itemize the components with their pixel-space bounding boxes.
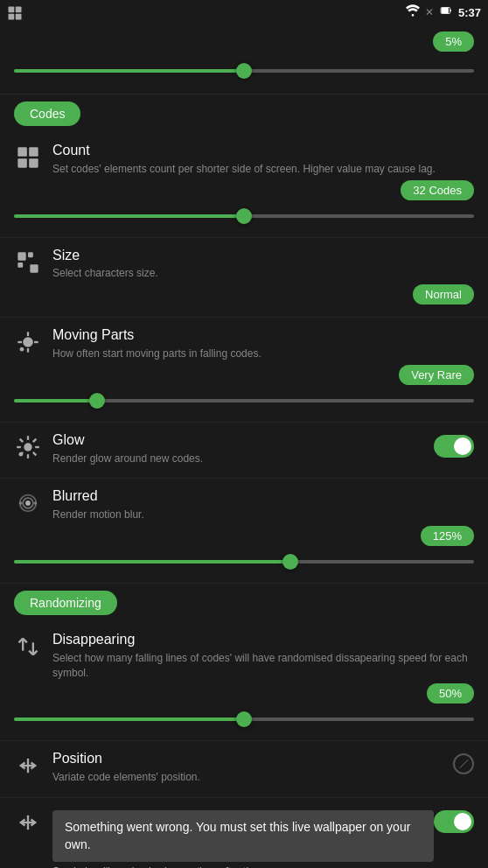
- toast-icon: [14, 808, 42, 836]
- svg-rect-14: [30, 264, 38, 272]
- position-row: Position Variate code elements' position…: [0, 741, 488, 798]
- disappearing-icon: [14, 633, 42, 661]
- svg-rect-2: [9, 14, 15, 20]
- svg-rect-9: [17, 158, 26, 168]
- top-slider-area: 5%: [0, 24, 488, 94]
- blurred-icon: [14, 489, 42, 517]
- status-time: 5:37: [458, 6, 481, 19]
- count-row: Count Set codes' elements count per shor…: [0, 133, 488, 238]
- svg-rect-5: [450, 10, 451, 11]
- disappearing-slider[interactable]: [14, 707, 474, 732]
- top-slider[interactable]: [14, 59, 474, 83]
- svg-line-27: [33, 452, 37, 456]
- status-bar: ✕ 5:37: [0, 0, 488, 24]
- blurred-slider[interactable]: [14, 550, 474, 574]
- svg-rect-0: [9, 7, 15, 13]
- moving-parts-row: Moving Parts How often start moving part…: [0, 318, 488, 423]
- size-icon: [14, 248, 42, 276]
- glow-title: Glow: [52, 431, 434, 450]
- glow-icon: [14, 433, 42, 461]
- svg-point-34: [19, 502, 23, 506]
- svg-rect-12: [28, 252, 33, 257]
- position-disabled-icon: [453, 753, 474, 774]
- svg-point-21: [24, 443, 31, 451]
- size-desc: Select characters size.: [52, 266, 474, 281]
- position-toast-row: Something went wrong. You must set this …: [0, 798, 488, 868]
- size-badge: Normal: [413, 284, 474, 304]
- blurred-row: Blurred Render motion blur. 125%: [0, 479, 488, 584]
- svg-line-26: [20, 438, 24, 442]
- count-badge: 32 Codes: [401, 180, 474, 200]
- randomizing-section-header: Randomizing: [0, 584, 488, 622]
- svg-point-30: [19, 452, 24, 457]
- svg-rect-3: [16, 14, 22, 20]
- randomizing-button[interactable]: Randomizing: [14, 591, 117, 615]
- glow-row: Glow Render glow around new codes.: [0, 423, 488, 480]
- size-row: Size Select characters size. Normal: [0, 238, 488, 318]
- battery-icon: [439, 4, 453, 20]
- blurred-desc: Render motion blur.: [52, 508, 474, 522]
- moving-parts-desc: How often start moving parts in falling …: [52, 346, 474, 361]
- blurred-badge: 125%: [421, 526, 474, 546]
- toast-message: Something went wrong. You must set this …: [52, 810, 434, 862]
- svg-rect-13: [17, 262, 23, 268]
- moving-parts-badge: Very Rare: [399, 365, 474, 385]
- count-icon: [14, 144, 42, 172]
- svg-rect-1: [16, 7, 22, 13]
- position-icon: [14, 752, 42, 780]
- svg-rect-7: [17, 147, 26, 157]
- svg-line-29: [33, 438, 37, 442]
- disappearing-desc: Select how many falling lines of codes' …: [52, 651, 474, 681]
- moving-parts-title: Moving Parts: [52, 326, 474, 345]
- count-title: Count: [52, 142, 474, 160]
- status-icons: ✕ 5:37: [406, 4, 481, 20]
- position-title: Position: [52, 750, 453, 768]
- glow-desc: Render glow around new codes.: [52, 452, 434, 466]
- size-title: Size: [52, 247, 474, 265]
- svg-rect-11: [17, 252, 25, 260]
- disappearing-row: Disappearing Select how many falling lin…: [0, 622, 488, 741]
- svg-point-33: [25, 500, 31, 506]
- svg-rect-6: [442, 8, 449, 13]
- disappearing-badge: 50%: [427, 683, 474, 704]
- svg-point-15: [23, 337, 33, 347]
- blurred-title: Blurred: [52, 487, 474, 506]
- svg-rect-8: [29, 147, 38, 157]
- position-toggle[interactable]: [434, 810, 474, 833]
- svg-point-20: [20, 347, 24, 352]
- disappearing-title: Disappearing: [52, 631, 474, 649]
- count-slider[interactable]: [14, 204, 474, 228]
- top-badge: 5%: [433, 32, 474, 52]
- codes-button[interactable]: Codes: [14, 102, 80, 126]
- glow-toggle[interactable]: [434, 435, 474, 458]
- codes-section-header: Codes: [0, 94, 488, 133]
- app-icon: [7, 5, 23, 24]
- count-desc: Set codes' elements count per shorter si…: [52, 162, 474, 177]
- position-desc: Variate code elements' position.: [52, 770, 453, 785]
- signal-icon: ✕: [425, 6, 434, 18]
- svg-point-35: [33, 502, 37, 506]
- wifi-icon: [406, 4, 420, 20]
- moving-parts-slider[interactable]: [14, 388, 474, 413]
- svg-rect-10: [29, 158, 38, 168]
- moving-parts-icon: [14, 328, 42, 356]
